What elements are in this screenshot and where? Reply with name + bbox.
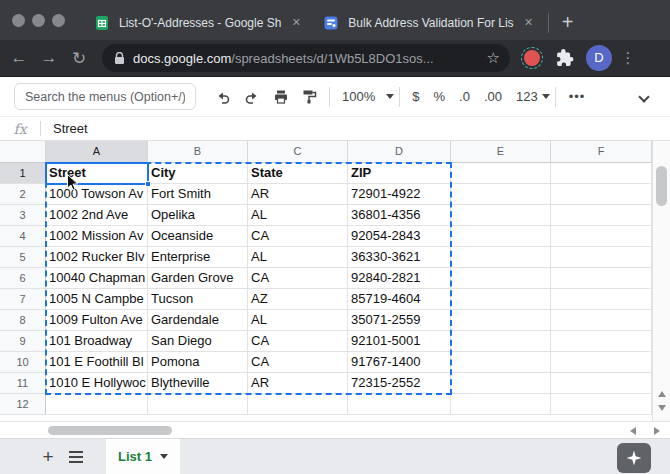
cell-C2[interactable]: AR: [248, 184, 348, 205]
add-sheet-button[interactable]: +: [34, 443, 62, 471]
increase-decimal-button[interactable]: .00: [477, 89, 509, 104]
number-format-button[interactable]: 123: [509, 89, 538, 104]
back-icon[interactable]: ←: [4, 48, 34, 68]
cell-A9[interactable]: 101 Broadway: [46, 331, 148, 352]
cell-B9[interactable]: San Diego: [148, 331, 248, 352]
cell-E4[interactable]: [451, 226, 551, 247]
select-all-corner[interactable]: [0, 141, 46, 163]
cell-C7[interactable]: AZ: [248, 289, 348, 310]
cell-A11[interactable]: 1010 E Hollywoc: [46, 373, 148, 394]
profile-avatar[interactable]: D: [586, 45, 612, 71]
cell-B3[interactable]: Opelika: [148, 205, 248, 226]
cell-F3[interactable]: [551, 205, 652, 226]
cell-B5[interactable]: Enterprise: [148, 247, 248, 268]
reload-icon[interactable]: ↻: [64, 48, 94, 69]
cell-C12[interactable]: [248, 394, 348, 415]
row-header-5[interactable]: 5: [0, 247, 46, 268]
column-header-C[interactable]: C: [248, 141, 348, 163]
cell-B1[interactable]: City: [148, 163, 248, 184]
cell-C4[interactable]: CA: [248, 226, 348, 247]
explore-button[interactable]: [617, 443, 651, 473]
cell-C1[interactable]: State: [248, 163, 348, 184]
cell-C10[interactable]: CA: [248, 352, 348, 373]
cell-F2[interactable]: [551, 184, 652, 205]
vertical-scrollbar-thumb[interactable]: [656, 166, 667, 206]
cell-E6[interactable]: [451, 268, 551, 289]
row-header-2[interactable]: 2: [0, 184, 46, 205]
decrease-decimal-button[interactable]: .0: [452, 89, 477, 104]
cell-F12[interactable]: [551, 394, 652, 415]
cell-B4[interactable]: Oceanside: [148, 226, 248, 247]
cell-C11[interactable]: AR: [248, 373, 348, 394]
paint-format-button[interactable]: [295, 84, 324, 110]
row-header-10[interactable]: 10: [0, 352, 46, 373]
browser-menu-icon[interactable]: ⋮: [618, 49, 638, 67]
row-header-4[interactable]: 4: [0, 226, 46, 247]
row-header-11[interactable]: 11: [0, 373, 46, 394]
format-percent-button[interactable]: %: [426, 89, 452, 104]
recorder-extension-icon[interactable]: [524, 50, 540, 66]
menu-search-input[interactable]: [14, 83, 196, 110]
cell-B12[interactable]: [148, 394, 248, 415]
cell-D2[interactable]: 72901-4922: [348, 184, 451, 205]
tab-validation[interactable]: Bulk Address Validation For Lis ×: [313, 6, 545, 40]
scroll-up-icon[interactable]: [658, 391, 666, 397]
all-sheets-button[interactable]: [62, 443, 90, 471]
cell-C9[interactable]: CA: [248, 331, 348, 352]
cell-E1[interactable]: [451, 163, 551, 184]
cell-D4[interactable]: 92054-2843: [348, 226, 451, 247]
cell-F9[interactable]: [551, 331, 652, 352]
cell-B11[interactable]: Blytheville: [148, 373, 248, 394]
cell-D7[interactable]: 85719-4604: [348, 289, 451, 310]
tab-close-icon[interactable]: ×: [520, 14, 538, 32]
formula-bar-value[interactable]: Street: [53, 121, 88, 136]
column-header-A[interactable]: A: [46, 141, 148, 163]
cell-F11[interactable]: [551, 373, 652, 394]
print-button[interactable]: [266, 84, 295, 110]
cell-F7[interactable]: [551, 289, 652, 310]
horizontal-scrollbar-thumb[interactable]: [48, 426, 172, 435]
cell-A8[interactable]: 1009 Fulton Ave: [46, 310, 148, 331]
sheet-menu-caret-icon[interactable]: [160, 454, 168, 459]
horizontal-scrollbar[interactable]: [0, 421, 670, 438]
cell-F10[interactable]: [551, 352, 652, 373]
cell-B8[interactable]: Gardendale: [148, 310, 248, 331]
cell-E10[interactable]: [451, 352, 551, 373]
cell-E8[interactable]: [451, 310, 551, 331]
cell-B6[interactable]: Garden Grove: [148, 268, 248, 289]
redo-button[interactable]: [237, 84, 266, 110]
column-header-D[interactable]: D: [348, 141, 451, 163]
cell-D11[interactable]: 72315-2552: [348, 373, 451, 394]
cell-C8[interactable]: AL: [248, 310, 348, 331]
column-header-E[interactable]: E: [451, 141, 551, 163]
tab-sheets[interactable]: List-O'-Addresses - Google Sh ×: [84, 6, 313, 40]
cell-F6[interactable]: [551, 268, 652, 289]
cell-A2[interactable]: 1000 Towson Av: [46, 184, 148, 205]
cell-E3[interactable]: [451, 205, 551, 226]
cell-E12[interactable]: [451, 394, 551, 415]
cell-A1[interactable]: Street: [46, 163, 148, 184]
active-sheet-tab[interactable]: List 1: [106, 439, 180, 474]
cell-A4[interactable]: 1002 Mission Av: [46, 226, 148, 247]
traffic-light-minimize-icon[interactable]: [32, 14, 45, 27]
cell-E7[interactable]: [451, 289, 551, 310]
cell-B7[interactable]: Tucson: [148, 289, 248, 310]
scroll-right-icon[interactable]: [654, 427, 660, 435]
extensions-puzzle-icon[interactable]: [556, 49, 574, 67]
cell-F5[interactable]: [551, 247, 652, 268]
bookmark-star-icon[interactable]: ☆: [487, 49, 500, 67]
forward-icon[interactable]: →: [34, 48, 64, 68]
cell-C5[interactable]: AL: [248, 247, 348, 268]
cell-A6[interactable]: 10040 Chapman: [46, 268, 148, 289]
url-bar[interactable]: docs.google.com/spreadsheets/d/1Wb5L8DO1…: [102, 44, 510, 72]
cell-D5[interactable]: 36330-3621: [348, 247, 451, 268]
cell-A3[interactable]: 1002 2nd Ave: [46, 205, 148, 226]
cell-A12[interactable]: [46, 394, 148, 415]
row-header-8[interactable]: 8: [0, 310, 46, 331]
cell-D9[interactable]: 92101-5001: [348, 331, 451, 352]
cell-A10[interactable]: 101 E Foothill Bl: [46, 352, 148, 373]
cell-E9[interactable]: [451, 331, 551, 352]
cell-D6[interactable]: 92840-2821: [348, 268, 451, 289]
cell-F8[interactable]: [551, 310, 652, 331]
cell-E11[interactable]: [451, 373, 551, 394]
